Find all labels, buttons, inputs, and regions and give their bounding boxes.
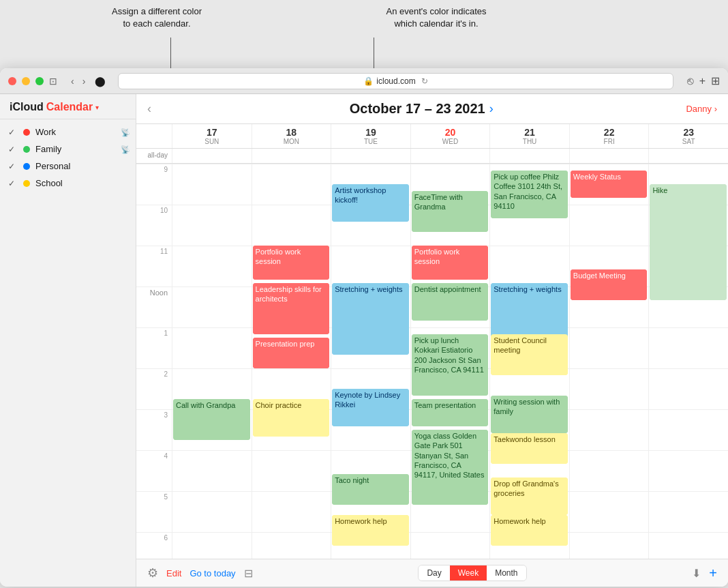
bottom-bar: ⚙ Edit Go to today ⊟ Day Week Month ⬇ + <box>136 559 728 587</box>
url-bar[interactable]: 🔒 icloud.com ↻ <box>118 73 673 89</box>
event-call-grandpa[interactable]: Call with Grandpa <box>173 399 250 440</box>
calendar-grid-icon[interactable]: ⊟ <box>244 567 253 580</box>
cell-sun-1[interactable] <box>172 327 252 368</box>
cell-sun-5[interactable] <box>172 491 252 532</box>
add-event-button[interactable]: + <box>709 565 717 581</box>
forward-button[interactable]: › <box>80 74 89 88</box>
calendar-item-work[interactable]: ✓ Work 📡 <box>0 123 136 141</box>
cell-mon-5[interactable] <box>252 491 331 532</box>
share-button[interactable]: ⎋ <box>687 74 694 87</box>
calendar-item-family[interactable]: ✓ Family 📡 <box>0 141 136 158</box>
event-pick-up-coffee[interactable]: Pick up coffee Philz Coffee 3101 24th St… <box>491 171 568 218</box>
cell-mon-10[interactable] <box>252 205 331 246</box>
settings-icon[interactable]: ⚙ <box>147 565 158 580</box>
calendar-range: October 17 – 23 2021 <box>350 101 485 117</box>
personal-check-icon: ✓ <box>8 162 18 171</box>
all-day-wed[interactable] <box>410 149 490 163</box>
event-dentist[interactable]: Dentist appointment <box>412 283 489 321</box>
event-pick-up-lunch[interactable]: Pick up lunch Kokkari Estiatorio 200 Jac… <box>412 334 489 396</box>
cell-thu-11[interactable] <box>489 246 569 286</box>
sidebar-toggle-button[interactable]: ⊡ <box>49 76 57 87</box>
close-button[interactable] <box>8 77 16 85</box>
time-1: 1 <box>136 327 172 368</box>
event-choir-practice[interactable]: Choir practice <box>253 399 330 437</box>
time-grid-scroll[interactable]: 9 10 <box>136 164 728 559</box>
cell-sun-6[interactable] <box>172 532 252 559</box>
event-weekly-status[interactable]: Weekly Status <box>571 171 648 198</box>
all-day-sun[interactable] <box>172 149 252 163</box>
edit-button[interactable]: Edit <box>166 568 181 578</box>
next-week-button[interactable]: › <box>489 102 494 116</box>
event-portfolio-mon[interactable]: Portfolio work session <box>253 246 330 280</box>
cell-fri-4[interactable] <box>569 450 649 491</box>
cell-wed-6[interactable] <box>410 532 490 559</box>
event-stretching-tue[interactable]: Stretching + weights <box>332 283 409 355</box>
event-keynote-lindsey[interactable]: Keynote by Lindsey Rikkei <box>332 389 409 426</box>
event-team-presentation[interactable]: Team presentation <box>412 399 489 426</box>
event-artist-workshop[interactable]: Artist workshop kickoff! <box>332 184 409 222</box>
cell-sat-1[interactable] <box>648 327 728 368</box>
back-button[interactable]: ‹ <box>68 74 77 88</box>
week-view-button[interactable]: Week <box>450 565 487 580</box>
cell-sat-3[interactable] <box>648 409 728 450</box>
cell-fri-10[interactable] <box>569 205 649 246</box>
time-2: 2 <box>136 368 172 409</box>
event-writing-session[interactable]: Writing session with family <box>491 396 568 433</box>
day-header-mon: 18 Mon <box>252 124 331 148</box>
event-portfolio-wed[interactable]: Portfolio work session <box>412 246 489 280</box>
event-leadership[interactable]: Leadership skills for architects <box>253 283 330 334</box>
cell-mon-4[interactable] <box>252 450 331 491</box>
sidebar-chevron-icon[interactable]: ▾ <box>95 104 99 111</box>
all-day-sat[interactable] <box>648 149 728 163</box>
event-presentation-prep[interactable]: Presentation prep <box>253 338 330 368</box>
sun-name: Sun <box>177 138 247 145</box>
go-to-today-button[interactable]: Go to today <box>189 568 235 578</box>
event-taco-night[interactable]: Taco night <box>332 474 409 505</box>
event-student-council[interactable]: Student Council meeting <box>491 334 568 375</box>
event-yoga-class[interactable]: Yoga class Golden Gate Park 501 Stanyan … <box>412 430 489 505</box>
event-drop-off-grandma[interactable]: Drop off Grandma's groceries <box>491 477 568 515</box>
event-homework-help-thu[interactable]: Homework help <box>491 515 568 546</box>
event-facetime[interactable]: FaceTime with Grandma <box>412 191 489 232</box>
all-day-fri[interactable] <box>569 149 649 163</box>
cell-fri-2[interactable] <box>569 368 649 409</box>
cell-sat-6[interactable] <box>648 532 728 559</box>
time-4: 4 <box>136 450 172 491</box>
grid-view-button[interactable]: ⊞ <box>711 74 720 87</box>
browser-titlebar: ⊡ ‹ › ⬤ 🔒 icloud.com ↻ ⎋ + ⊞ <box>0 68 728 94</box>
all-day-tue[interactable] <box>331 149 410 163</box>
maximize-button[interactable] <box>35 77 44 85</box>
cell-sat-2[interactable] <box>648 368 728 409</box>
event-homework-help-wed[interactable]: Homework help <box>332 515 409 546</box>
cell-sat-5[interactable] <box>648 491 728 532</box>
user-menu[interactable]: Danny › <box>686 104 717 114</box>
cell-fri-1[interactable] <box>569 327 649 368</box>
app-container: iCloud Calendar ▾ ✓ Work 📡 ✓ Family 📡 <box>0 94 728 587</box>
cell-sat-4[interactable] <box>648 450 728 491</box>
prev-week-button[interactable]: ‹ <box>147 102 151 116</box>
cell-sun-4[interactable] <box>172 450 252 491</box>
cell-fri-5[interactable] <box>569 491 649 532</box>
event-hike[interactable]: Hike <box>650 184 727 300</box>
month-view-button[interactable]: Month <box>487 565 526 580</box>
cell-tue-11[interactable] <box>331 246 410 286</box>
time-6: 6 <box>136 532 172 559</box>
cell-sun-9[interactable] <box>172 164 252 205</box>
cell-sun-11[interactable] <box>172 246 252 286</box>
cell-sun-10[interactable] <box>172 205 252 246</box>
cell-mon-6[interactable] <box>252 532 331 559</box>
cell-sun-noon[interactable] <box>172 286 252 327</box>
new-tab-button[interactable]: + <box>699 74 706 87</box>
cell-mon-9[interactable] <box>252 164 331 205</box>
calendar-item-personal[interactable]: ✓ Personal <box>0 158 136 175</box>
minimize-button[interactable] <box>22 77 30 85</box>
calendar-item-school[interactable]: ✓ School <box>0 175 136 192</box>
cell-fri-6[interactable] <box>569 532 649 559</box>
event-taekwondo[interactable]: Taekwondo lesson <box>491 433 568 464</box>
event-budget-meeting[interactable]: Budget Meeting <box>571 269 648 300</box>
day-view-button[interactable]: Day <box>419 565 449 580</box>
download-icon[interactable]: ⬇ <box>692 567 701 580</box>
cell-fri-3[interactable] <box>569 409 649 450</box>
all-day-thu[interactable] <box>489 149 569 163</box>
all-day-mon[interactable] <box>252 149 331 163</box>
